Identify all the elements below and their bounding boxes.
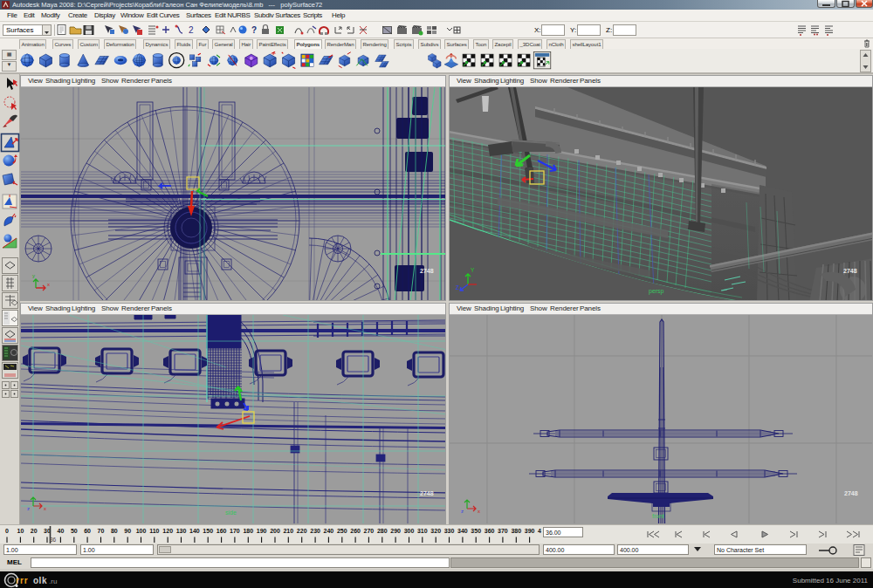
svg-text:150: 150 bbox=[203, 528, 213, 534]
svg-text:370: 370 bbox=[498, 528, 508, 534]
svg-text:80: 80 bbox=[111, 528, 118, 534]
svg-text:180: 180 bbox=[243, 528, 253, 534]
svg-text:2748: 2748 bbox=[844, 490, 858, 496]
svg-text:200: 200 bbox=[270, 528, 280, 534]
svg-text:rrr: rrr bbox=[16, 576, 29, 585]
svg-text:240: 240 bbox=[324, 528, 334, 534]
svg-text:390: 390 bbox=[525, 528, 535, 534]
svg-text:210: 210 bbox=[283, 528, 293, 534]
svg-text:260: 260 bbox=[350, 528, 361, 534]
svg-text:0: 0 bbox=[5, 528, 9, 534]
svg-text:40: 40 bbox=[58, 528, 65, 534]
svg-text:Y: Y bbox=[471, 267, 475, 273]
svg-text:front: front bbox=[652, 513, 664, 519]
svg-text:130: 130 bbox=[176, 528, 187, 534]
svg-text:110: 110 bbox=[149, 528, 159, 534]
svg-text:Z: Z bbox=[456, 284, 459, 291]
svg-text:250: 250 bbox=[337, 528, 347, 534]
svg-text:230: 230 bbox=[310, 528, 320, 534]
svg-text:.ru: .ru bbox=[49, 578, 57, 585]
svg-text:220: 220 bbox=[297, 528, 307, 534]
svg-text:10: 10 bbox=[17, 528, 24, 534]
svg-text:olk: olk bbox=[33, 576, 47, 585]
svg-text:120: 120 bbox=[162, 528, 173, 534]
svg-text:170: 170 bbox=[230, 528, 240, 534]
svg-text:380: 380 bbox=[511, 528, 521, 534]
svg-text:270: 270 bbox=[364, 528, 375, 534]
svg-text:x: x bbox=[47, 282, 50, 287]
svg-text:320: 320 bbox=[430, 528, 441, 534]
svg-text:70: 70 bbox=[98, 528, 105, 534]
svg-text:350: 350 bbox=[471, 528, 481, 534]
svg-text:x: x bbox=[478, 509, 480, 514]
svg-text:4: 4 bbox=[538, 528, 541, 534]
svg-text:?: ? bbox=[251, 25, 257, 35]
svg-text:100: 100 bbox=[136, 528, 147, 534]
svg-text:300: 300 bbox=[404, 528, 415, 534]
svg-text:340: 340 bbox=[457, 528, 468, 534]
svg-text:2748: 2748 bbox=[420, 490, 434, 496]
svg-text:90: 90 bbox=[124, 528, 131, 534]
svg-text:persp: persp bbox=[649, 288, 664, 295]
svg-text:2: 2 bbox=[189, 25, 194, 35]
svg-text:290: 290 bbox=[390, 528, 401, 534]
svg-text:60: 60 bbox=[84, 528, 91, 534]
svg-text:x: x bbox=[44, 506, 46, 511]
svg-text:2748: 2748 bbox=[843, 268, 857, 274]
svg-text:310: 310 bbox=[417, 528, 428, 534]
svg-text:140: 140 bbox=[189, 528, 200, 534]
svg-text:y: y bbox=[32, 273, 35, 278]
svg-text:50: 50 bbox=[71, 528, 78, 534]
svg-text:360: 360 bbox=[485, 528, 495, 534]
svg-text:330: 330 bbox=[444, 528, 455, 534]
svg-text:36: 36 bbox=[50, 537, 57, 543]
svg-text:20: 20 bbox=[31, 528, 38, 534]
svg-text:160: 160 bbox=[217, 528, 227, 534]
svg-text:side: side bbox=[225, 509, 237, 516]
svg-text:z: z bbox=[27, 506, 30, 511]
svg-text:2748: 2748 bbox=[420, 268, 434, 274]
svg-text:z: z bbox=[461, 509, 464, 514]
svg-text:190: 190 bbox=[257, 528, 267, 534]
svg-text:280: 280 bbox=[377, 528, 388, 534]
